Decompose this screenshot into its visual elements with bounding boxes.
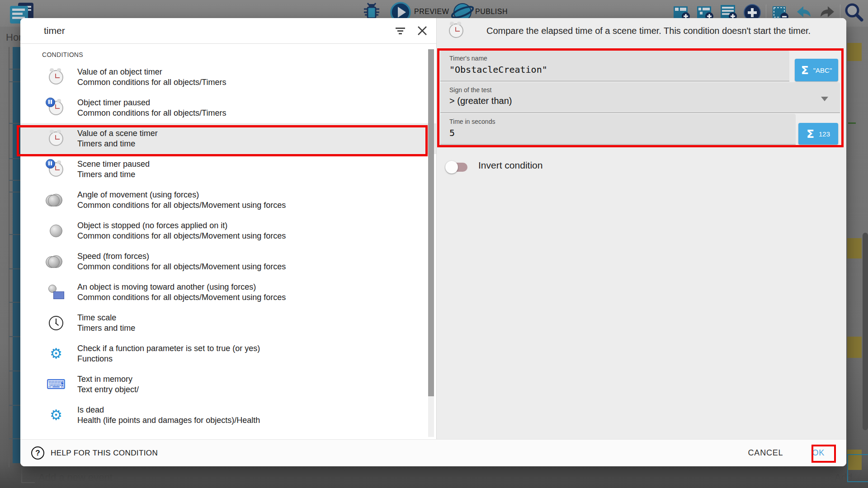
choose-condition-dialog: CONDITIONS Value of an object timerCommo… [20, 18, 846, 466]
sphere-rect-icon [47, 285, 66, 300]
condition-subtitle: Common conditions for all objects/Timers [77, 77, 226, 88]
condition-subtitle: Common conditions for all objects/Moveme… [77, 292, 286, 303]
add-new-event-link[interactable]: Add a new event [38, 472, 113, 483]
search-input[interactable] [43, 25, 385, 37]
alarm-clock-icon [47, 131, 66, 146]
chevron-down-icon [821, 97, 828, 101]
event-highlight-block [847, 337, 862, 358]
conditions-section-header: CONDITIONS [42, 51, 436, 58]
help-label: HELP FOR THIS CONDITION [51, 449, 158, 458]
event-divider [9, 158, 20, 159]
time-in-seconds-label: Time in seconds [449, 118, 796, 125]
event-divider [9, 192, 20, 192]
invert-condition-toggle[interactable] [448, 163, 467, 172]
condition-subtitle: Health (life points and damages for obje… [77, 415, 260, 426]
numeric-label: 123 [819, 130, 830, 138]
condition-item-check-if-a-function-parameter-is-set-to-true-or-yes[interactable]: ⚙Check if a function parameter is set to… [20, 338, 436, 369]
sphere-icon [47, 225, 66, 237]
event-divider [9, 438, 20, 439]
question-icon: ? [31, 446, 44, 460]
event-divider [9, 180, 20, 181]
filter-icon[interactable] [395, 25, 406, 37]
condition-item-object-is-stopped-no-forces-applied-on-it[interactable]: Object is stopped (no forces applied on … [20, 216, 436, 246]
condition-item-value-of-a-scene-timer[interactable]: Value of a scene timerTimers and time [20, 123, 436, 154]
toggle-thumb [445, 161, 458, 174]
dialog-footer: ? HELP FOR THIS CONDITION CANCEL OK [20, 439, 846, 466]
sigma-icon: Σ [807, 127, 814, 141]
condition-item-angle-of-movement-using-forces[interactable]: Angle of movement (using forces)Common c… [20, 185, 436, 216]
condition-subtitle: Timers and time [77, 169, 150, 180]
invert-condition-label: Invert condition [478, 160, 542, 171]
ok-button[interactable]: OK [809, 448, 827, 458]
gear-icon: ⚙ [47, 408, 66, 423]
condition-subtitle: Timers and time [77, 139, 158, 149]
condition-item-speed-from-forces[interactable]: Speed (from forces)Common conditions for… [20, 246, 436, 277]
event-divider [9, 405, 20, 406]
alarm-clock-icon [447, 23, 466, 38]
sigma-icon: Σ [801, 64, 809, 77]
condition-item-an-object-is-moving-toward-another-using-forces[interactable]: An object is moving toward another (usin… [20, 277, 436, 308]
condition-title: Time scale [77, 313, 135, 323]
spheres-icon [47, 255, 66, 268]
condition-title: Value of a scene timer [77, 128, 158, 139]
spheres-icon [47, 194, 66, 206]
event-divider [9, 123, 20, 124]
event-selection-outline [847, 454, 868, 482]
cancel-button[interactable]: CANCEL [745, 448, 786, 458]
time-in-seconds-value: 5 [449, 127, 796, 138]
condition-title: Value of an object timer [77, 67, 226, 77]
events-scrollbar[interactable] [863, 233, 868, 430]
events-sheet-column [13, 47, 20, 463]
condition-title: Scene timer paused [77, 159, 150, 169]
string-expression-button[interactable]: Σ "ABC" [795, 59, 838, 81]
timer-name-label: Timer's name [449, 55, 789, 62]
timer-name-field[interactable]: Timer's name "ObstacleCreation" [440, 51, 789, 81]
keyboard-icon: ⌨ [47, 377, 66, 392]
condition-title: An object is moving toward another (usin… [77, 282, 286, 292]
condition-subtitle: Text entry object/ [77, 385, 139, 395]
clock-icon [47, 316, 66, 330]
event-highlight-block [848, 122, 856, 124]
event-divider [9, 336, 20, 337]
condition-title: Object is stopped (no forces applied on … [77, 221, 286, 231]
condition-title: Speed (from forces) [77, 251, 286, 262]
sign-of-test-value: > (greater than) [449, 96, 840, 106]
condition-title: Angle of movement (using forces) [77, 190, 286, 200]
preview-button[interactable]: PREVIEW [414, 8, 449, 16]
event-divider [9, 268, 20, 269]
condition-subtitle: Timers and time [77, 323, 135, 333]
abc-label: "ABC" [813, 66, 832, 74]
condition-item-is-dead[interactable]: ⚙Is deadHealth (life points and damages … [20, 400, 436, 431]
search-bar [20, 18, 436, 44]
alarm-clock-icon [47, 70, 66, 84]
alarm-clock-paused-icon [47, 101, 66, 115]
condition-title: Is dead [77, 405, 260, 415]
gear-icon: ⚙ [47, 346, 66, 361]
condition-item-text-in-memory[interactable]: ⌨Text in memoryText entry object/ [20, 369, 436, 400]
condition-subtitle: Common conditions for all objects/Timers [77, 108, 226, 118]
alarm-clock-paused-icon [47, 162, 66, 177]
sign-of-test-select[interactable]: Sign of the test > (greater than) [440, 82, 840, 113]
condition-item-value-of-an-object-timer[interactable]: Value of an object timerCommon condition… [20, 62, 436, 93]
list-scrollbar-thumb[interactable] [428, 49, 434, 396]
condition-title: Check if a function parameter is set to … [77, 343, 260, 354]
condition-subtitle: Common conditions for all objects/Moveme… [77, 262, 286, 272]
condition-description: Compare the elapsed time of a scene time… [486, 26, 811, 36]
conditions-panel: CONDITIONS Value of an object timerCommo… [20, 18, 436, 439]
condition-item-scene-timer-paused[interactable]: Scene timer pausedTimers and time [20, 154, 436, 185]
help-link[interactable]: ? HELP FOR THIS CONDITION [31, 446, 158, 460]
search-icon[interactable] [844, 2, 865, 23]
condition-subtitle: Common conditions for all objects/Moveme… [77, 231, 286, 241]
time-in-seconds-field[interactable]: Time in seconds 5 [440, 114, 796, 145]
event-highlight-block [847, 238, 862, 258]
condition-item-object-timer-paused[interactable]: Object timer pausedCommon conditions for… [20, 93, 436, 123]
close-icon[interactable] [416, 25, 428, 37]
publish-button[interactable]: PUBLISH [475, 8, 508, 16]
condition-item-time-scale[interactable]: Time scaleTimers and time [20, 308, 436, 338]
number-expression-button[interactable]: Σ 123 [798, 123, 838, 145]
event-divider [9, 81, 20, 82]
condition-detail-panel: Compare the elapsed time of a scene time… [436, 18, 846, 439]
conditions-list: CONDITIONS Value of an object timerCommo… [20, 44, 436, 439]
sign-of-test-label: Sign of the test [449, 86, 840, 94]
timer-name-value: "ObstacleCreation" [449, 64, 789, 75]
